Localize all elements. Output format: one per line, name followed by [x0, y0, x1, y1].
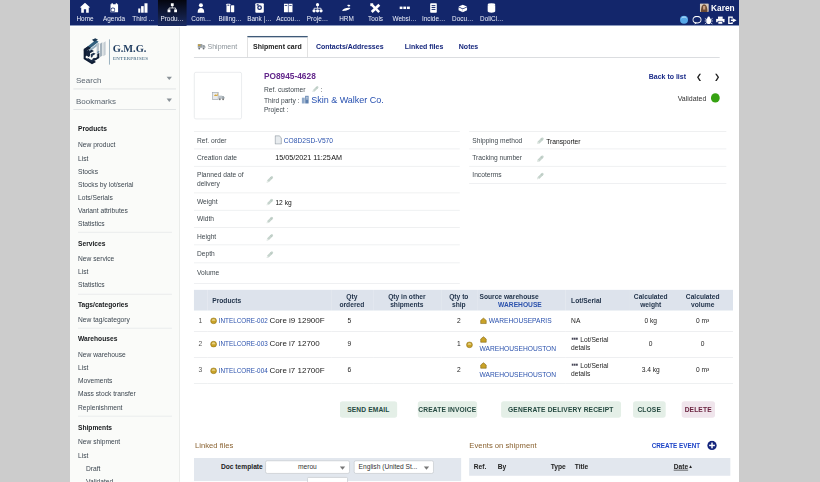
svg-text:ENTERPRISES: ENTERPRISES: [113, 56, 148, 61]
svg-text:G.M.G.: G.M.G.: [113, 43, 147, 54]
